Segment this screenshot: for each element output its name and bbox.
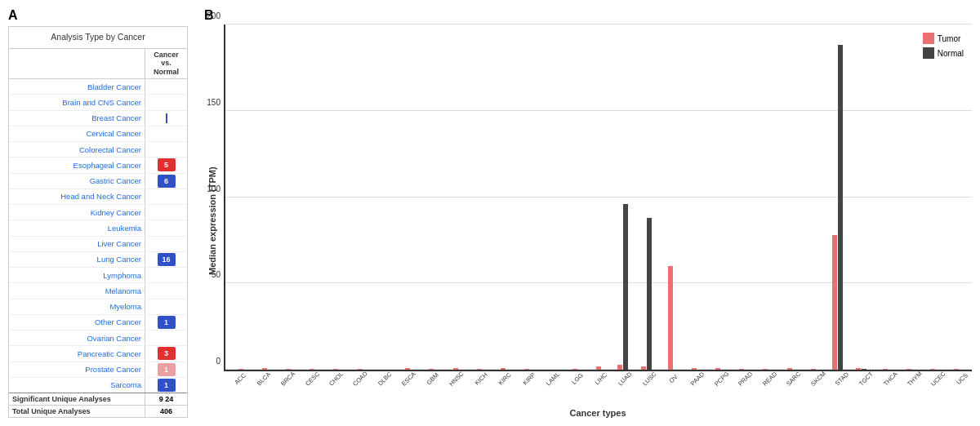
bar-tumor (572, 369, 577, 370)
cancer-cvn-cell (145, 142, 187, 157)
bar-tumor (930, 369, 935, 370)
x-label-text: LIHC (594, 371, 608, 386)
cancer-name[interactable]: Brain and CNS Cancer (9, 97, 145, 108)
bar-group (539, 24, 563, 370)
x-label-text: LUSC (641, 371, 658, 388)
panel-b-label: B (204, 8, 972, 23)
bar-group (348, 24, 372, 370)
footer-value: 9 24 (145, 393, 187, 405)
bar-tumor (405, 368, 410, 370)
x-label-item: OV (659, 373, 683, 384)
panel-b: B Median expression (TPM) 050100150200 T… (188, 8, 972, 418)
legend-normal: Normal (923, 47, 964, 59)
cvn-badge: 16 (158, 253, 176, 266)
cancer-row: Ovarian Cancer (9, 331, 187, 346)
legend-normal-color (923, 47, 934, 59)
bar-tumor (668, 266, 673, 370)
cvn-badge: 5 (158, 158, 176, 171)
cvn-badge: 1 (158, 316, 176, 329)
bar-normal (623, 204, 628, 370)
x-label-item: LUSC (635, 373, 658, 384)
cancer-name[interactable]: Breast Cancer (9, 113, 145, 123)
chart-main: 050100150200 Tumor Normal (224, 24, 972, 418)
y-tick-label: 0 (216, 357, 224, 366)
legend-tumor-label: Tumor (938, 34, 961, 43)
bar-tumor (501, 368, 506, 370)
x-label-item: CESC (297, 373, 321, 384)
bar-group (563, 24, 586, 370)
cancer-name[interactable]: Kidney Cancer (9, 207, 145, 218)
cancer-cvn-cell (145, 205, 187, 220)
bar-normal (838, 45, 843, 370)
x-axis-labels: ACCBLCABRCACESCCHOLCOADDLBCESCAGBMHNSCKI… (224, 373, 972, 384)
cancer-row: Head and Neck Cancer (9, 189, 187, 205)
bar-group (443, 24, 467, 370)
cancer-name[interactable]: Leukemia (9, 223, 145, 233)
main-container: A Analysis Type by Cancer Cancervs.Norma… (8, 8, 972, 418)
cancer-name[interactable]: Head and Neck Cancer (9, 191, 145, 202)
cancer-name[interactable]: Melanoma (9, 286, 145, 296)
cvn-badge: 6 (158, 175, 176, 188)
cancer-name[interactable]: Pancreatic Cancer (9, 348, 145, 359)
bar-tumor (524, 369, 529, 370)
cancer-cvn-cell: 1 (145, 378, 187, 393)
cancer-name[interactable]: Ovarian Cancer (9, 333, 145, 344)
x-label-item: SKCM (804, 373, 827, 384)
chart-plot: 050100150200 Tumor Normal (224, 24, 972, 371)
x-label-item: THCA (875, 373, 899, 384)
cancer-name[interactable]: Bladder Cancer (9, 82, 145, 92)
bar-tumor (262, 368, 267, 370)
x-label-item: COAD (345, 373, 369, 384)
x-label-text: CESC (304, 371, 321, 388)
bar-tumor (429, 369, 434, 370)
cancer-name[interactable]: Prostate Cancer (9, 364, 145, 375)
bar-group (301, 24, 324, 370)
x-label-item: KICH (466, 373, 490, 384)
legend-tumor-color (923, 33, 934, 44)
x-label-text: HNSC (448, 370, 466, 387)
y-tick-label: 100 (207, 184, 224, 193)
bar-group (635, 24, 658, 370)
cancer-name[interactable]: Lung Cancer (9, 254, 145, 264)
bar-tumor (954, 369, 959, 370)
cancer-name[interactable]: Cervical Cancer (9, 128, 145, 139)
chart-legend: Tumor Normal (923, 33, 964, 59)
cancer-row: Breast Cancer (9, 111, 187, 126)
cancer-cvn-cell (145, 283, 187, 298)
bar-group (777, 24, 801, 370)
bar-group (229, 24, 252, 370)
x-label-text: COAD (352, 370, 370, 388)
x-label-item: LUAD (611, 373, 635, 384)
cancer-name[interactable]: Colorectal Cancer (9, 144, 145, 155)
cancer-name[interactable]: Gastric Cancer (9, 175, 145, 186)
cancer-row: Cervical Cancer (9, 126, 187, 142)
cancer-cvn-cell: 3 (145, 346, 187, 361)
cancer-row: Esophageal Cancer5 (9, 158, 187, 173)
cancer-name[interactable]: Other Cancer (9, 317, 145, 327)
bar-tumor (333, 369, 338, 370)
x-label-item: DLBC (370, 373, 394, 384)
cancer-name[interactable]: Esophageal Cancer (9, 160, 145, 171)
bar-group (706, 24, 729, 370)
cancer-row: Lymphoma (9, 268, 187, 283)
x-label-text: SKCM (809, 370, 827, 388)
x-label-item: THYM (900, 373, 924, 384)
cvn-badge: 1 (158, 363, 176, 376)
bar-tumor (358, 369, 363, 370)
cancer-name[interactable]: Liver Cancer (9, 238, 145, 249)
bar-group (396, 24, 420, 370)
cancer-cvn-cell (145, 300, 187, 314)
cancer-name[interactable]: Sarcoma (9, 379, 145, 390)
bar-group (252, 24, 276, 370)
cancer-cvn-cell: 5 (145, 158, 187, 172)
cancer-row: Brain and CNS Cancer (9, 95, 187, 110)
cancer-cvn-cell (145, 331, 187, 345)
bar-group (515, 24, 539, 370)
bar-tumor (856, 368, 861, 370)
cancer-name[interactable]: Lymphoma (9, 270, 145, 281)
y-tick-label: 200 (207, 11, 224, 20)
x-label-item: PRAD (731, 373, 755, 384)
x-label-text: PCPG (713, 370, 730, 387)
cancer-name[interactable]: Myeloma (9, 301, 145, 312)
x-label-text: PAAD (689, 371, 706, 387)
